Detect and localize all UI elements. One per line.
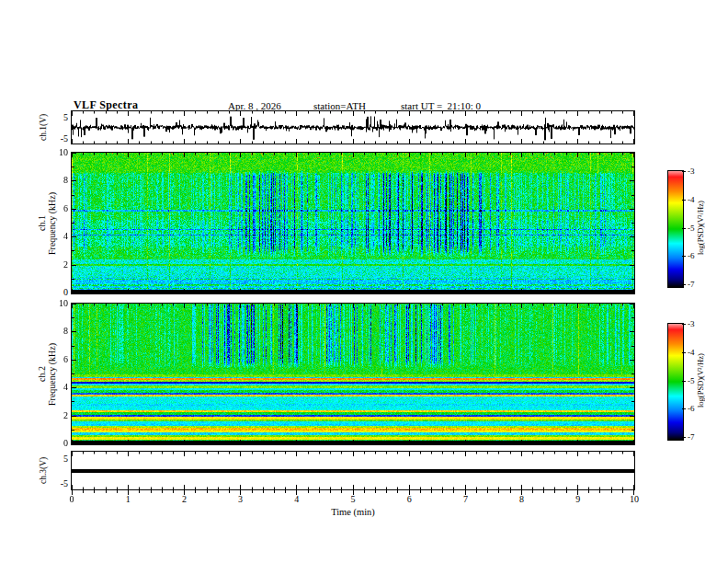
colorbar-tick-label: -7 bbox=[688, 280, 695, 290]
panel-ch1-spectrogram bbox=[71, 152, 635, 294]
y-tick-label: 2 bbox=[46, 259, 68, 270]
panel-ch1-waveform bbox=[71, 110, 635, 144]
x-axis-tick bbox=[442, 490, 443, 493]
x-axis-tick bbox=[599, 490, 600, 493]
axis-label-text: ch.2 bbox=[37, 304, 47, 444]
x-axis-tick bbox=[195, 490, 196, 493]
x-tick-label: 0 bbox=[61, 494, 83, 504]
x-axis-tick bbox=[229, 490, 230, 493]
x-axis-tick bbox=[139, 490, 140, 493]
x-axis-tick bbox=[498, 490, 499, 493]
x-axis-tick bbox=[611, 490, 612, 493]
colorbar-tick bbox=[682, 324, 686, 325]
x-axis-tick bbox=[397, 490, 398, 493]
y-tick-label: 8 bbox=[46, 326, 68, 336]
x-axis-tick bbox=[364, 490, 365, 493]
colorbar-tick-label: -7 bbox=[688, 432, 695, 442]
ch1-spectrogram-canvas bbox=[72, 153, 634, 293]
x-axis-tick bbox=[341, 490, 342, 493]
colorbar-ch2 bbox=[667, 323, 684, 441]
x-tick-label: 10 bbox=[623, 494, 645, 504]
x-axis-tick bbox=[218, 490, 219, 493]
x-axis-tick bbox=[263, 490, 264, 493]
x-tick-label: 5 bbox=[342, 494, 364, 504]
x-tick-label: 7 bbox=[454, 494, 476, 504]
ch1-frequency-axis-label: ch.1 Frequency (kHz) bbox=[37, 153, 59, 293]
x-axis-tick bbox=[622, 490, 623, 493]
ch2-spectrogram-canvas bbox=[72, 304, 634, 444]
x-axis-tick bbox=[308, 490, 309, 493]
x-axis-title: Time (min) bbox=[307, 507, 399, 517]
colorbar-tick-label: -3 bbox=[688, 167, 695, 177]
y-tick-label: 4 bbox=[46, 382, 68, 392]
axis-label-text: Frequency (kHz) bbox=[47, 304, 57, 444]
x-axis-tick bbox=[285, 490, 286, 493]
x-axis-tick bbox=[532, 490, 533, 493]
colorbar-tick bbox=[682, 200, 686, 201]
axis-label-text: Frequency (kHz) bbox=[47, 153, 57, 293]
y-tick-label: 4 bbox=[46, 231, 68, 241]
ch1-waveform-canvas bbox=[72, 111, 634, 144]
y-tick-label: 6 bbox=[46, 203, 68, 213]
x-axis-tick bbox=[386, 490, 387, 493]
y-tick-label: 10 bbox=[46, 298, 68, 308]
colorbar-tick-label: -6 bbox=[688, 404, 695, 414]
colorbar-tick-label: -6 bbox=[688, 251, 695, 261]
colorbar-tick bbox=[682, 408, 686, 409]
colorbar-label: log(PSD)(V²/Hz) bbox=[696, 171, 707, 285]
x-tick-label: 3 bbox=[230, 494, 252, 504]
colorbar-tick bbox=[682, 437, 686, 438]
vlf-spectra-figure: VLF Spectra Apr. 8 , 2026 station=ATH st… bbox=[0, 0, 728, 563]
x-axis-tick bbox=[94, 490, 95, 493]
x-axis-tick bbox=[83, 490, 84, 493]
x-axis-tick bbox=[510, 490, 511, 493]
x-tick-label: 6 bbox=[398, 494, 420, 504]
colorbar-tick-label: -4 bbox=[688, 195, 695, 205]
colorbar-tick bbox=[682, 352, 686, 353]
x-tick-label: 9 bbox=[567, 494, 589, 504]
x-axis-tick bbox=[151, 490, 152, 493]
colorbar-label: log(PSD)(V²/Hz) bbox=[696, 324, 707, 438]
colorbar-ch1 bbox=[667, 170, 684, 288]
x-axis-tick bbox=[431, 490, 432, 493]
colorbar-tick-label: -4 bbox=[688, 348, 695, 358]
x-axis-tick bbox=[330, 490, 331, 493]
x-tick-label: 8 bbox=[511, 494, 533, 504]
colorbar-label-text: log(PSD)(V²/Hz) bbox=[696, 324, 706, 438]
x-axis-tick bbox=[375, 490, 376, 493]
y-tick-label: -5 bbox=[46, 133, 68, 144]
colorbar-tick-label: -3 bbox=[688, 319, 695, 329]
colorbar-tick-label: -5 bbox=[688, 224, 695, 234]
colorbar-tick bbox=[682, 284, 686, 285]
colorbar-tick bbox=[682, 171, 686, 172]
x-axis-tick bbox=[554, 490, 555, 493]
axis-label-text: ch.1 bbox=[37, 153, 47, 293]
x-axis-tick bbox=[173, 490, 174, 493]
x-axis-tick bbox=[162, 490, 163, 493]
y-tick-label: -5 bbox=[46, 478, 68, 488]
x-axis-tick bbox=[274, 490, 275, 493]
x-axis-tick bbox=[566, 490, 567, 493]
x-axis-tick bbox=[453, 490, 454, 493]
ch3-waveform-canvas bbox=[72, 452, 634, 489]
y-tick-label: 0 bbox=[46, 438, 68, 448]
x-axis-tick bbox=[117, 490, 118, 493]
panel-ch3-waveform bbox=[71, 451, 635, 490]
y-tick-label: 2 bbox=[46, 410, 68, 420]
colorbar-tick-label: -5 bbox=[688, 376, 695, 386]
y-tick-label: 0 bbox=[46, 287, 68, 297]
y-tick-label: 10 bbox=[46, 147, 68, 157]
x-axis-tick bbox=[543, 490, 544, 493]
ch2-frequency-axis-label: ch.2 Frequency (kHz) bbox=[37, 304, 59, 444]
x-axis-tick bbox=[588, 490, 589, 493]
y-tick-label: 8 bbox=[46, 175, 68, 185]
y-tick-label: 5 bbox=[46, 112, 68, 122]
panel-ch2-spectrogram bbox=[71, 303, 635, 445]
colorbar-tick bbox=[682, 381, 686, 382]
x-tick-label: 4 bbox=[286, 494, 308, 504]
y-tick-label: 5 bbox=[46, 454, 68, 464]
x-tick-label: 1 bbox=[117, 494, 139, 504]
x-axis-tick bbox=[252, 490, 253, 493]
x-axis-tick bbox=[476, 490, 477, 493]
x-axis-tick bbox=[487, 490, 488, 493]
